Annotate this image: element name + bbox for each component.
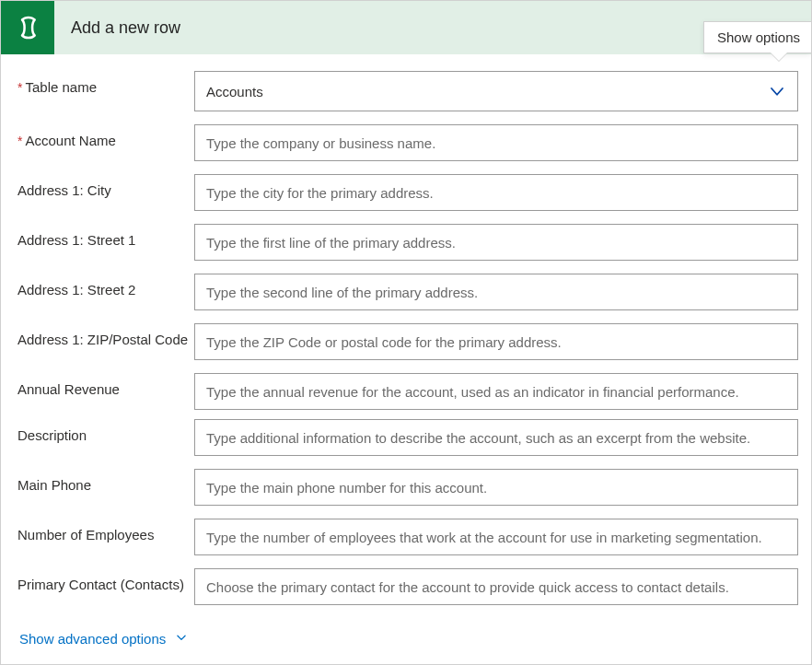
description-input[interactable] xyxy=(194,419,798,456)
street2-input[interactable] xyxy=(194,274,798,310)
label-zip: Address 1: ZIP/Postal Code xyxy=(17,323,194,349)
field-street2: Address 1: Street 2 xyxy=(17,274,798,310)
page-title: Add a new row xyxy=(71,18,180,38)
zip-input[interactable] xyxy=(194,323,798,360)
label-street1: Address 1: Street 1 xyxy=(17,224,194,250)
header-bar: Add a new row Show options xyxy=(1,1,811,54)
employees-input[interactable] xyxy=(194,519,798,555)
city-input[interactable] xyxy=(194,174,798,211)
field-description: Description xyxy=(17,419,798,456)
account-name-input[interactable] xyxy=(194,124,798,161)
label-primary-contact: Primary Contact (Contacts) xyxy=(17,568,194,594)
field-main-phone: Main Phone xyxy=(17,469,798,506)
field-annual-revenue: Annual Revenue xyxy=(17,373,798,410)
field-employees: Number of Employees xyxy=(17,519,798,555)
dataverse-app-icon xyxy=(1,1,54,54)
show-advanced-options-link[interactable]: Show advanced options xyxy=(19,631,188,647)
advanced-options-label: Show advanced options xyxy=(19,631,166,647)
field-account-name: Account Name xyxy=(17,124,798,161)
main-phone-input[interactable] xyxy=(194,469,798,506)
table-name-select[interactable]: Accounts xyxy=(194,71,798,111)
field-street1: Address 1: Street 1 xyxy=(17,224,798,261)
label-description: Description xyxy=(17,419,194,445)
chevron-down-icon xyxy=(175,631,188,647)
form-area: Table name Accounts Account Name Address… xyxy=(1,54,811,658)
label-main-phone: Main Phone xyxy=(17,469,194,495)
field-city: Address 1: City xyxy=(17,174,798,211)
label-city: Address 1: City xyxy=(17,174,194,200)
show-options-button[interactable]: Show options xyxy=(703,21,811,53)
field-zip: Address 1: ZIP/Postal Code xyxy=(17,323,798,360)
field-primary-contact: Primary Contact (Contacts) xyxy=(17,568,798,605)
label-table-name: Table name xyxy=(17,71,194,97)
annual-revenue-input[interactable] xyxy=(194,373,798,410)
label-employees: Number of Employees xyxy=(17,519,194,544)
field-table-name: Table name Accounts xyxy=(17,71,798,111)
label-account-name: Account Name xyxy=(17,124,194,150)
label-street2: Address 1: Street 2 xyxy=(17,274,194,299)
street1-input[interactable] xyxy=(194,224,798,261)
primary-contact-input[interactable] xyxy=(194,568,798,605)
table-name-value: Accounts xyxy=(206,84,263,99)
label-annual-revenue: Annual Revenue xyxy=(17,373,194,399)
